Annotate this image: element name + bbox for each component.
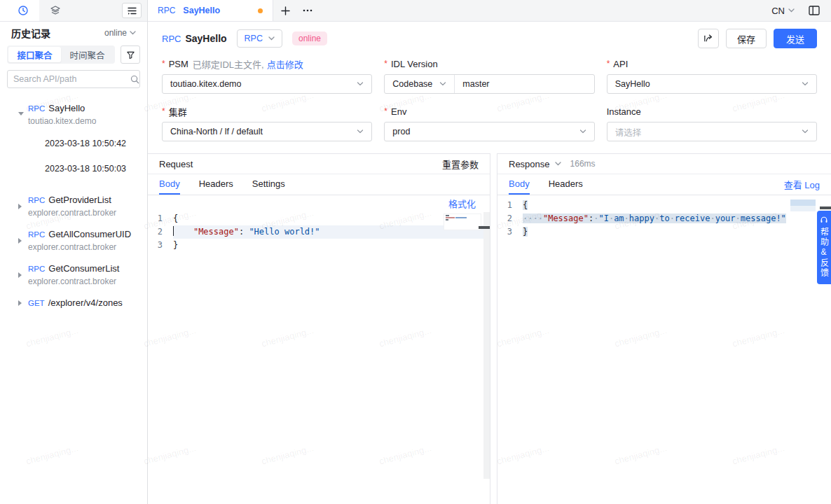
api-select[interactable]: SayHello (607, 74, 817, 94)
history-group[interactable]: RPCSayHellotoutiao.kitex.demo (0, 97, 147, 131)
filter-button[interactable] (121, 46, 140, 64)
history-group[interactable]: RPCGetAllConsumerUIDexplorer.contract.br… (0, 223, 147, 257)
share-button[interactable] (698, 29, 719, 48)
required-star: * (384, 59, 387, 69)
tab-overflow-button[interactable] (297, 0, 318, 21)
title-method-label: RPC (162, 34, 181, 44)
code-content: ····"Message":·"I·am·happy·to·receive·yo… (523, 212, 831, 225)
chevron-down-icon (357, 130, 364, 134)
panel-divider[interactable] (490, 153, 497, 504)
caret-right-icon[interactable] (18, 204, 22, 209)
history-entry[interactable]: 2023-03-18 10:50:03 (0, 156, 147, 181)
chevron-down-icon (555, 162, 561, 166)
env-select[interactable]: prod (384, 122, 594, 141)
history-group-title: GET/explorer/v4/zones (28, 296, 142, 309)
code-line[interactable]: 1{ (148, 212, 490, 225)
psm-hint: 已绑定IDL主文件, (193, 57, 264, 71)
save-button[interactable]: 保存 (726, 29, 767, 48)
line-number: 2 (148, 225, 173, 239)
send-button[interactable]: 发送 (774, 29, 817, 48)
history-group[interactable]: RPCGetProviderListexplorer.contract.brok… (0, 188, 147, 223)
method-label: RPC (28, 104, 45, 113)
tab-rpc-sayhello[interactable]: RPC SayHello (148, 0, 273, 21)
caret-down-icon[interactable] (18, 112, 24, 115)
view-log-link[interactable]: 查看 Log (784, 174, 820, 195)
response-body-editor[interactable]: 1{2····"Message":·"I·am·happy·to·receive… (497, 195, 831, 504)
unsaved-dot (258, 8, 263, 13)
psm-select[interactable]: toutiao.kitex.demo (162, 74, 372, 94)
caret-right-icon[interactable] (18, 272, 22, 278)
psm-edit-link[interactable]: 点击修改 (267, 57, 303, 71)
line-number: 1 (148, 212, 173, 225)
method-label: RPC (28, 230, 45, 239)
plus-icon (281, 6, 290, 15)
reset-params-button[interactable]: 重置参数 (442, 158, 479, 171)
code-line[interactable]: 3} (497, 225, 831, 239)
cluster-label: 集群 (169, 105, 187, 118)
request-tab-settings[interactable]: Settings (252, 174, 285, 195)
request-tabs: Body Headers Settings (148, 174, 490, 195)
request-tab-headers[interactable]: Headers (199, 174, 233, 195)
cluster-select[interactable]: China-North / lf / default (162, 122, 372, 141)
request-editor-minimap[interactable] (444, 214, 481, 230)
caret-right-icon[interactable] (18, 300, 22, 306)
code-line[interactable]: 3} (148, 239, 490, 252)
request-tab-body[interactable]: Body (159, 174, 180, 195)
code-line[interactable]: 1{ (497, 199, 831, 212)
collapse-sidebar-button[interactable] (122, 3, 142, 18)
psm-label: PSM (169, 59, 188, 69)
format-json-button[interactable]: 格式化 (448, 199, 476, 209)
request-body-editor[interactable]: 格式化 1{2 "Message": "Hello world!"3} (148, 195, 490, 504)
request-config-form: * PSM 已绑定IDL主文件, 点击修改 toutiao.kitex.demo… (148, 50, 831, 141)
help-feedback-button[interactable]: 帮助&反馈 (817, 211, 831, 284)
idl-source-select[interactable]: Codebase (385, 75, 455, 93)
history-entries: 2023-03-18 10:50:422023-03-18 10:50:03 (0, 131, 147, 181)
language-select[interactable]: CN (771, 6, 795, 16)
request-scroll-thumb[interactable] (479, 226, 490, 229)
ellipsis-icon (303, 9, 313, 12)
idl-branch-input[interactable] (455, 75, 593, 93)
code-line[interactable]: 2 "Message": "Hello world!" (148, 225, 490, 239)
request-panel-title: Request (159, 159, 193, 169)
api-name-label: /explorer/v4/zones (48, 298, 123, 308)
request-editor-scrollbar[interactable] (483, 212, 490, 479)
history-group-title: RPCGetAllConsumerUID (28, 227, 142, 240)
request-type-select[interactable]: RPC (237, 29, 282, 48)
line-number: 3 (148, 239, 173, 252)
field-api: * API SayHello (607, 57, 817, 94)
response-panel-title[interactable]: Response (509, 159, 550, 169)
response-minimap-slider[interactable] (790, 206, 816, 211)
history-sidebar: 历史记录 online 接口聚合 时间聚合 (0, 0, 148, 504)
code-token: ···· (523, 214, 543, 223)
layers-icon (50, 5, 61, 16)
instance-select[interactable]: 请选择 (607, 122, 817, 141)
history-group[interactable]: GET/explorer/v4/zones (0, 291, 147, 314)
history-entry[interactable]: 2023-03-18 10:50:42 (0, 131, 147, 156)
service-label: toutiao.kitex.demo (28, 116, 142, 126)
tab-collections[interactable] (39, 0, 71, 21)
segment-group-by-time[interactable]: 时间聚合 (61, 47, 114, 62)
tab-history[interactable] (7, 0, 39, 21)
response-tab-headers[interactable]: Headers (549, 174, 583, 195)
code-content: "Message": "Hello world!" (173, 225, 490, 239)
new-tab-button[interactable] (273, 0, 297, 21)
tab-title: SayHello (183, 6, 254, 15)
search-input[interactable] (13, 74, 126, 84)
filter-icon (126, 50, 135, 59)
caret-right-icon[interactable] (18, 238, 22, 244)
history-env-filter[interactable]: online (104, 28, 136, 38)
field-instance: Instance 请选择 (607, 105, 817, 141)
request-toolbar: RPC SayHello RPC online 保存 发送 (148, 27, 831, 50)
field-cluster: * 集群 China-North / lf / default (162, 105, 372, 141)
segment-group-by-api[interactable]: 接口聚合 (8, 47, 61, 62)
code-line[interactable]: 2····"Message":·"I·am·happy·to·receive·y… (497, 212, 831, 225)
response-tab-body[interactable]: Body (509, 174, 530, 195)
method-label: GET (28, 299, 45, 307)
sidebar-title: 历史记录 (11, 26, 50, 40)
response-scroll-thumb[interactable] (820, 206, 831, 209)
history-group[interactable]: RPCGetConsumerListexplorer.contract.brok… (0, 257, 147, 291)
split-layout-icon[interactable] (809, 6, 820, 15)
idl-label: IDL Version (391, 59, 438, 69)
code-token: "Message" (193, 227, 239, 237)
response-editor-minimap[interactable] (790, 200, 816, 206)
